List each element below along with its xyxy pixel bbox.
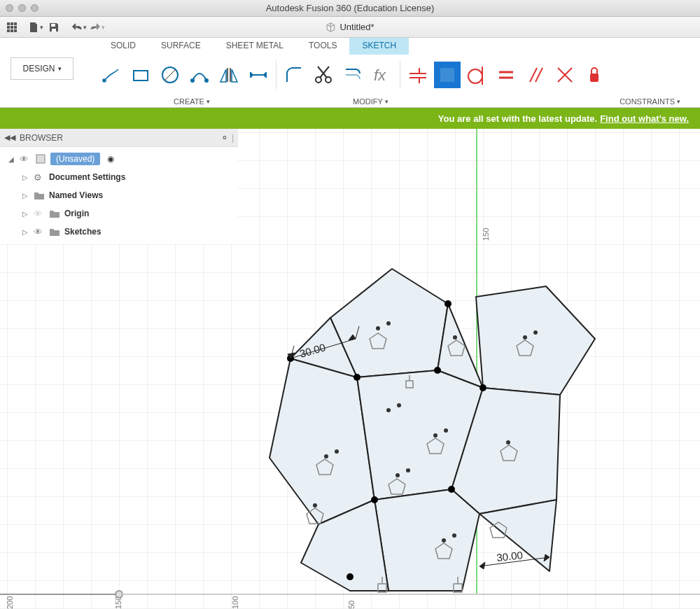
undo-icon[interactable]: ▾ xyxy=(70,18,88,36)
svg-point-65 xyxy=(444,428,448,433)
window-controls[interactable] xyxy=(6,4,38,12)
svg-point-74 xyxy=(444,300,451,307)
banner-link[interactable]: Find out what's new. xyxy=(600,113,689,124)
svg-text:fx: fx xyxy=(374,66,386,84)
mirror-tool-icon[interactable] xyxy=(216,62,242,88)
document-tab[interactable]: Untitled* xyxy=(326,22,374,32)
svg-point-16 xyxy=(205,79,208,82)
svg-point-71 xyxy=(386,408,391,412)
minimize-window-icon[interactable] xyxy=(18,4,26,12)
tab-surface[interactable]: SURFACE xyxy=(148,38,214,55)
group-label-constraints[interactable]: CONSTRAINTS▾ xyxy=(620,97,680,106)
svg-rect-9 xyxy=(51,24,55,27)
svg-point-79 xyxy=(479,384,486,391)
formula-tool-icon[interactable]: fx xyxy=(369,62,396,88)
fix-constraint-icon[interactable] xyxy=(581,62,608,88)
svg-point-69 xyxy=(313,503,317,507)
offset-tool-icon[interactable] xyxy=(340,62,366,88)
svg-rect-25 xyxy=(440,68,454,82)
svg-point-57 xyxy=(453,335,457,340)
update-banner: You are all set with the latest update. … xyxy=(0,108,700,129)
svg-rect-2 xyxy=(14,22,17,25)
expand-icon[interactable]: ▷ xyxy=(22,210,29,218)
visibility-icon[interactable]: 👁 xyxy=(34,227,45,237)
dimension-tool-icon[interactable] xyxy=(245,62,272,88)
svg-rect-7 xyxy=(10,29,13,32)
svg-rect-12 xyxy=(134,71,148,80)
browser-title: BROWSER xyxy=(20,133,63,143)
visibility-icon[interactable]: 👁 xyxy=(20,154,31,164)
expand-icon[interactable]: ▷ xyxy=(22,228,29,236)
tree-item-sketches[interactable]: ▷ 👁 Sketches xyxy=(0,223,238,241)
browser-settings-icon[interactable]: ⚬ xyxy=(220,132,229,144)
svg-point-26 xyxy=(468,69,482,83)
tree-item-named-views[interactable]: ▷ Named Views xyxy=(0,186,238,204)
maximize-window-icon[interactable] xyxy=(31,4,38,12)
browser-panel: ◀◀ BROWSER ⚬ | ◢ 👁 (Unsaved) ◉ ▷ ⚙ Docum… xyxy=(0,129,238,244)
svg-point-66 xyxy=(506,440,510,444)
tab-tools[interactable]: TOOLS xyxy=(296,38,349,55)
svg-point-61 xyxy=(335,449,339,454)
document-tab-label: Untitled* xyxy=(340,22,374,32)
line-tool-icon[interactable] xyxy=(98,62,125,88)
expand-icon[interactable]: ◢ xyxy=(8,155,15,163)
tab-sketch[interactable]: SKETCH xyxy=(349,38,409,55)
tree-item-label: Origin xyxy=(64,209,89,218)
coincident-constraint-icon[interactable] xyxy=(434,62,461,88)
svg-point-62 xyxy=(396,473,400,477)
tree-item-label: Sketches xyxy=(64,227,102,237)
expand-icon[interactable]: ▷ xyxy=(22,174,29,181)
tab-solid[interactable]: SOLID xyxy=(98,38,148,55)
banner-text: You are all set with the latest update. xyxy=(438,113,597,124)
parallel-constraint-icon[interactable] xyxy=(522,62,549,88)
svg-rect-3 xyxy=(7,26,10,29)
window-title: Autodesk Fusion 360 (Education License) xyxy=(210,3,490,13)
tree-root-label: (Unsaved) xyxy=(50,153,100,165)
svg-point-73 xyxy=(354,374,360,381)
arc-tool-icon[interactable] xyxy=(186,62,213,88)
svg-marker-42 xyxy=(374,489,479,591)
svg-rect-0 xyxy=(7,22,10,25)
workspace-selector[interactable]: DESIGN▾ xyxy=(10,57,73,80)
tree-item-origin[interactable]: ▷ 👁 Origin xyxy=(0,204,238,223)
svg-rect-8 xyxy=(14,29,17,32)
svg-rect-6 xyxy=(7,29,10,32)
svg-rect-34 xyxy=(590,74,598,82)
equal-constraint-icon[interactable] xyxy=(493,62,519,88)
ribbon: DESIGN▾ SOLID SURFACE SHEET METAL TOOLS … xyxy=(0,38,700,108)
svg-point-77 xyxy=(346,573,354,580)
tangent-constraint-icon[interactable] xyxy=(463,62,490,88)
radio-icon[interactable]: ◉ xyxy=(107,154,114,164)
svg-point-68 xyxy=(452,533,456,538)
save-icon[interactable] xyxy=(45,18,63,36)
cube-icon xyxy=(326,22,335,32)
horizontal-constraint-icon[interactable] xyxy=(405,62,431,88)
tree-root[interactable]: ◢ 👁 (Unsaved) ◉ xyxy=(0,150,238,168)
svg-point-70 xyxy=(397,403,401,407)
tab-sheet-metal[interactable]: SHEET METAL xyxy=(214,38,296,55)
visibility-off-icon[interactable]: 👁 xyxy=(34,209,45,219)
redo-icon[interactable]: ▾ xyxy=(88,18,106,36)
fillet-tool-icon[interactable] xyxy=(281,62,307,88)
browser-header[interactable]: ◀◀ BROWSER ⚬ | xyxy=(0,129,238,147)
rectangle-tool-icon[interactable] xyxy=(127,62,154,88)
expand-icon[interactable]: ▷ xyxy=(22,192,29,200)
group-label-modify[interactable]: MODIFY▾ xyxy=(353,97,388,106)
svg-marker-36 xyxy=(476,286,595,395)
titlebar: Autodesk Fusion 360 (Education License) xyxy=(0,0,700,17)
canvas-area[interactable]: 150 100 50 200 150 100 50 xyxy=(0,129,700,609)
group-label-create[interactable]: CREATE▾ xyxy=(174,97,210,106)
trim-tool-icon[interactable] xyxy=(310,62,337,88)
svg-point-63 xyxy=(406,468,410,472)
svg-rect-1 xyxy=(10,22,13,25)
quick-access-toolbar: ▾ ▾ ▾ Untitled* xyxy=(0,17,700,38)
tree-item-document-settings[interactable]: ▷ ⚙ Document Settings xyxy=(0,168,238,186)
folder-icon xyxy=(49,226,60,237)
svg-point-58 xyxy=(523,335,527,340)
circle-tool-icon[interactable] xyxy=(157,62,183,88)
gear-icon[interactable]: ⚙ xyxy=(34,172,45,183)
perpendicular-constraint-icon[interactable] xyxy=(552,62,578,88)
close-window-icon[interactable] xyxy=(6,4,13,12)
file-menu-icon[interactable]: ▾ xyxy=(27,18,45,36)
data-panel-icon[interactable] xyxy=(3,18,21,36)
